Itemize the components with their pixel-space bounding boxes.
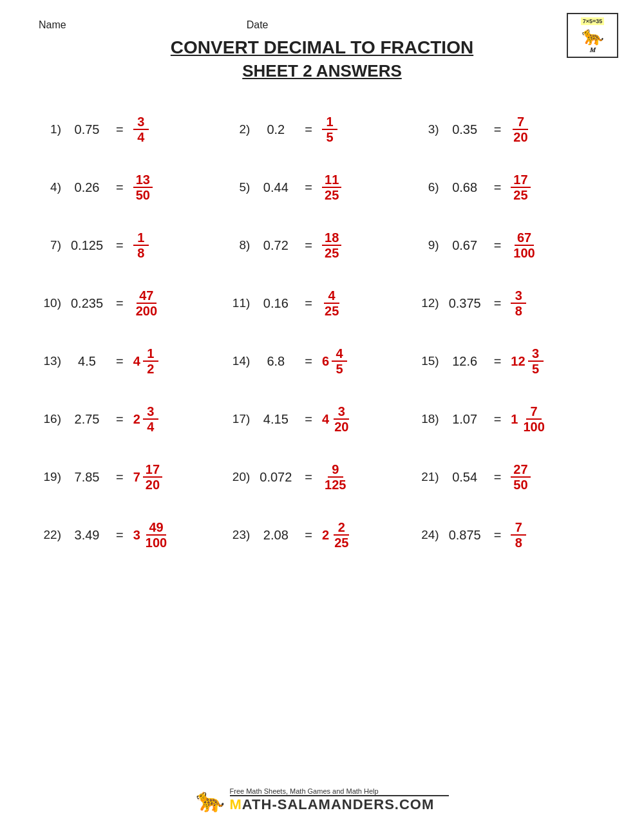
fraction-numerator: 17 xyxy=(511,173,530,188)
problem-decimal: 3.49 xyxy=(68,528,106,543)
equals-sign: = xyxy=(491,180,505,195)
fraction-answer: 2750 xyxy=(511,462,530,492)
sub-title: SHEET 2 ANSWERS xyxy=(39,61,605,81)
problem-number: 9) xyxy=(417,238,439,252)
mixed-number-answer: 234 xyxy=(133,404,158,434)
problem-cell: 23)2.08=2225 xyxy=(227,520,416,550)
fraction-numerator: 49 xyxy=(146,520,166,536)
mixed-number-answer: 17100 xyxy=(511,404,547,434)
problem-row: 22)3.49=34910023)2.08=222524)0.875=78 xyxy=(39,506,605,564)
problem-cell: 8)0.72=1825 xyxy=(227,230,416,260)
fraction-denominator: 20 xyxy=(143,478,162,492)
equals-sign: = xyxy=(301,528,316,543)
problem-cell: 1)0.75=34 xyxy=(39,115,227,144)
problem-row: 4)0.26=13505)0.44=11256)0.68=1725 xyxy=(39,158,605,216)
mixed-fraction: 35 xyxy=(528,346,544,376)
problem-number: 24) xyxy=(417,528,439,542)
date-label: Date xyxy=(247,19,269,31)
equals-sign: = xyxy=(491,296,505,311)
problem-decimal: 0.72 xyxy=(256,238,295,253)
fraction-numerator: 11 xyxy=(322,173,341,188)
problem-number: 6) xyxy=(417,180,439,194)
footer-tagline: Free Math Sheets, Math Games and Math He… xyxy=(230,787,379,795)
fraction-denominator: 5 xyxy=(528,362,544,376)
problem-number: 2) xyxy=(227,122,250,136)
problem-number: 7) xyxy=(39,238,61,252)
problem-decimal: 0.26 xyxy=(68,180,106,195)
problem-cell: 17)4.15=4320 xyxy=(227,404,416,434)
fraction-numerator: 3 xyxy=(528,346,544,362)
problem-number: 3) xyxy=(417,122,439,136)
equals-sign: = xyxy=(113,296,127,311)
problem-decimal: 0.75 xyxy=(68,122,106,137)
fraction-denominator: 2 xyxy=(143,362,158,376)
logo-box: 7×5=35 🐆 𝑴 xyxy=(567,13,618,58)
problem-number: 10) xyxy=(39,296,61,310)
problem-cell: 7)0.125=18 xyxy=(39,230,227,260)
problem-decimal: 1.07 xyxy=(446,412,484,427)
mixed-fraction: 1720 xyxy=(143,462,162,492)
problem-number: 22) xyxy=(39,528,61,542)
problem-number: 8) xyxy=(227,238,250,252)
equals-sign: = xyxy=(113,470,127,485)
mixed-whole: 7 xyxy=(133,470,140,485)
problem-number: 14) xyxy=(227,354,250,368)
mixed-number-answer: 349100 xyxy=(133,520,170,550)
fraction-answer: 18 xyxy=(133,230,149,260)
fraction-numerator: 7 xyxy=(526,404,542,420)
fraction-denominator: 20 xyxy=(511,130,530,144)
fraction-denominator: 25 xyxy=(322,246,341,260)
problem-row: 1)0.75=342)0.2=153)0.35=720 xyxy=(39,100,605,158)
fraction-denominator: 50 xyxy=(133,188,153,202)
equals-sign: = xyxy=(301,180,316,195)
title-section: CONVERT DECIMAL TO FRACTION SHEET 2 ANSW… xyxy=(39,37,605,81)
fraction-numerator: 1 xyxy=(322,115,337,130)
problem-row: 10)0.235=4720011)0.16=42512)0.375=38 xyxy=(39,274,605,332)
fraction-denominator: 100 xyxy=(520,420,547,434)
problem-row: 13)4.5=41214)6.8=64515)12.6=1235 xyxy=(39,332,605,390)
mixed-whole: 4 xyxy=(133,354,140,369)
problem-cell: 2)0.2=15 xyxy=(227,115,416,144)
mixed-number-answer: 71720 xyxy=(133,462,162,492)
problem-number: 16) xyxy=(39,412,61,426)
mixed-whole: 6 xyxy=(322,354,329,369)
fraction-denominator: 25 xyxy=(511,188,530,202)
problem-cell: 13)4.5=412 xyxy=(39,346,227,376)
problem-decimal: 4.15 xyxy=(256,412,295,427)
problem-cell: 20)0.072=9125 xyxy=(227,462,416,492)
problem-decimal: 0.44 xyxy=(256,180,295,195)
equals-sign: = xyxy=(301,354,316,369)
problem-cell: 4)0.26=1350 xyxy=(39,173,227,202)
mixed-fraction: 12 xyxy=(143,346,158,376)
fraction-denominator: 8 xyxy=(511,304,526,318)
mixed-fraction: 34 xyxy=(143,404,158,434)
fraction-numerator: 3 xyxy=(334,404,349,420)
fraction-denominator: 5 xyxy=(322,130,337,144)
fraction-numerator: 1 xyxy=(143,346,158,362)
problem-decimal: 0.875 xyxy=(446,528,484,543)
equals-sign: = xyxy=(491,528,505,543)
mixed-whole: 3 xyxy=(133,528,140,543)
problem-decimal: 0.54 xyxy=(446,470,484,485)
problem-row: 7)0.125=188)0.72=18259)0.67=67100 xyxy=(39,216,605,274)
mixed-number-answer: 2225 xyxy=(322,520,351,550)
problem-cell: 3)0.35=720 xyxy=(417,115,605,144)
logo-math-text: 7×5=35 xyxy=(581,17,605,25)
mixed-whole: 1 xyxy=(511,412,518,427)
fraction-denominator: 8 xyxy=(133,246,149,260)
main-title: CONVERT DECIMAL TO FRACTION xyxy=(39,37,605,58)
equals-sign: = xyxy=(491,354,505,369)
footer-logo: 🐆 Free Math Sheets, Math Games and Math … xyxy=(196,787,449,814)
equals-sign: = xyxy=(491,122,505,137)
name-date-labels: Name Date xyxy=(39,19,268,31)
footer-site: MATH-SALAMANDERS.COM xyxy=(230,796,435,813)
problem-number: 18) xyxy=(417,412,439,426)
problem-decimal: 2.08 xyxy=(256,528,295,543)
fraction-answer: 1825 xyxy=(322,230,341,260)
mixed-fraction: 45 xyxy=(332,346,347,376)
mixed-whole: 2 xyxy=(133,412,140,427)
mixed-fraction: 225 xyxy=(332,520,351,550)
problem-row: 19)7.85=7172020)0.072=912521)0.54=2750 xyxy=(39,448,605,506)
fraction-numerator: 4 xyxy=(324,288,339,304)
problem-decimal: 0.67 xyxy=(446,238,484,253)
